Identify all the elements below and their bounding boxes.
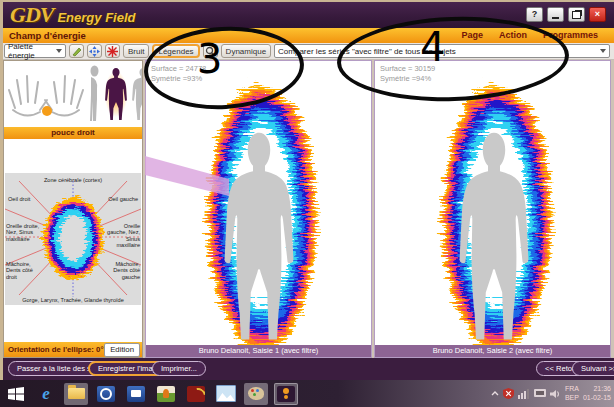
print-button[interactable]: Imprimer... (152, 361, 206, 376)
taskbar-icon-capture[interactable] (94, 383, 118, 405)
show-hidden-icons-arrow[interactable] (491, 390, 499, 398)
app-window: GDV Energy Field ? × Champ d'énergie Pag… (0, 0, 614, 407)
minimize-icon (552, 17, 559, 19)
aura-image-1 (173, 67, 345, 349)
move-button[interactable] (87, 44, 102, 58)
gdv-energy-field-icon (277, 386, 295, 402)
date-value: 01-02-15 (583, 394, 611, 403)
sidebar: pouce droit Zone cérébrale (cortex) Oeil (3, 60, 143, 358)
keyboard-layout: BEP (565, 394, 579, 403)
capture-selector[interactable] (4, 61, 142, 127)
restore-icon (572, 11, 581, 19)
help-button[interactable]: ? (526, 7, 543, 22)
minimize-button[interactable] (547, 7, 564, 22)
folder-icon (68, 388, 85, 399)
gdv-red-icon (187, 386, 205, 402)
orientation-label: Orientation de l'ellipse: 0° (8, 345, 104, 354)
orientation-bar: Orientation de l'ellipse: 0° Edition (4, 342, 142, 357)
diagram-label-right-eye: Oeil droit (8, 196, 40, 202)
action-center-icon[interactable] (534, 389, 546, 399)
edit-pencil-button[interactable] (69, 44, 84, 58)
red-asterisk-icon (107, 46, 118, 57)
footer-bar: Passer à la liste des sujets Enregistrer… (0, 358, 614, 380)
diagram-label-right-ear: Oreille droite, Nez, Sinus maxillaire (6, 223, 40, 242)
taskbar-icon-ie[interactable]: e (34, 383, 58, 405)
speaker-icon[interactable] (550, 389, 561, 399)
noise-button[interactable]: Bruit (123, 44, 149, 58)
taskbar-icon-explorer[interactable] (64, 383, 88, 405)
logo-gdv: GDV (10, 2, 53, 28)
taskbar-icon-gdv-red[interactable] (184, 383, 208, 405)
language-indicator[interactable]: FRA BEP (565, 385, 579, 402)
diagram-label-cortex: Zone cérébrale (cortex) (5, 177, 141, 183)
taskbar-icon-gdv-active[interactable] (274, 383, 298, 405)
asterisk-button[interactable] (105, 44, 120, 58)
display-tool-icon (127, 386, 145, 402)
gdv-capture-icon (157, 386, 175, 402)
diagram-label-left-jaw: Mâchoire, Dents côté gauche (100, 261, 140, 280)
annotation-number-4: 4 (420, 24, 445, 70)
chevron-down-icon (56, 49, 62, 53)
scan-panel-2: Surface = 30159 Symétrie =94% Bruno Dela… (374, 60, 611, 358)
body-front-view-selected-icon[interactable] (103, 64, 129, 124)
move-arrows-icon (89, 46, 100, 57)
app-logo: GDV Energy Field (10, 2, 135, 28)
logo-product: Energy Field (57, 10, 135, 25)
system-tray: FRA BEP 21:36 01-02-15 (491, 380, 611, 407)
scan-caption-2: Bruno Delanoit, Saisie 2 (avec filtre) (375, 345, 610, 357)
window-frame-top (0, 0, 614, 2)
taskbar-icon-gdv-green[interactable] (154, 383, 178, 405)
palette-select[interactable]: Palette énergie (4, 44, 66, 58)
network-icon[interactable] (518, 389, 530, 399)
taskbar: e FRA BEP 21:36 01-02-15 (0, 380, 614, 407)
palette-select-value: Palette énergie (8, 42, 56, 60)
hands-icon (6, 66, 86, 124)
chevron-down-icon (600, 49, 606, 53)
taskbar-icon-photos[interactable] (214, 383, 238, 405)
scan-panel-1: Surface = 24778 Symétrie =93% Bruno Dela… (145, 60, 372, 358)
page-title: Champ d'énergie (9, 30, 86, 41)
taskbar-icon-display[interactable] (124, 383, 148, 405)
palette-icon (248, 387, 264, 400)
photo-viewer-icon (216, 385, 236, 402)
scan-caption-1: Bruno Delanoit, Saisie 1 (avec filtre) (146, 345, 371, 357)
diagram-label-left-ear: Oreille gauche, Nez, Sinus maxillaire (104, 223, 140, 249)
input-language: FRA (565, 385, 579, 394)
restore-button[interactable] (568, 7, 585, 22)
diagram-label-left-eye: Oeil gauche (104, 196, 138, 202)
windows-logo-icon (8, 387, 24, 401)
clock[interactable]: 21:36 01-02-15 (583, 385, 611, 402)
start-button[interactable] (4, 383, 28, 405)
pencil-icon (71, 46, 82, 57)
close-button[interactable]: × (589, 7, 606, 22)
ie-icon: e (42, 384, 50, 404)
taskbar-icon-paint[interactable] (244, 383, 268, 405)
capture-tool-icon (97, 386, 115, 402)
annotation-number-3: 3 (197, 36, 222, 82)
time-value: 21:36 (583, 385, 611, 394)
edit-button[interactable]: Edition (104, 343, 140, 357)
body-front-view-icon[interactable] (130, 64, 142, 124)
aura-image-2 (408, 67, 580, 349)
diagram-label-throat: Gorge, Larynx, Trachée, Glande thyroïde (5, 297, 141, 303)
diagram-label-right-jaw: Mâchoire, Dents côté droit (6, 261, 44, 280)
thumb-marker-dot (42, 106, 52, 116)
next-button[interactable]: Suivant >> (572, 361, 614, 376)
security-shield-icon[interactable] (503, 388, 514, 399)
window-frame-left (0, 0, 3, 380)
head-sector-diagram: Zone cérébrale (cortex) Oeil droit Oeil … (5, 173, 141, 305)
capture-label: pouce droit (4, 127, 142, 139)
